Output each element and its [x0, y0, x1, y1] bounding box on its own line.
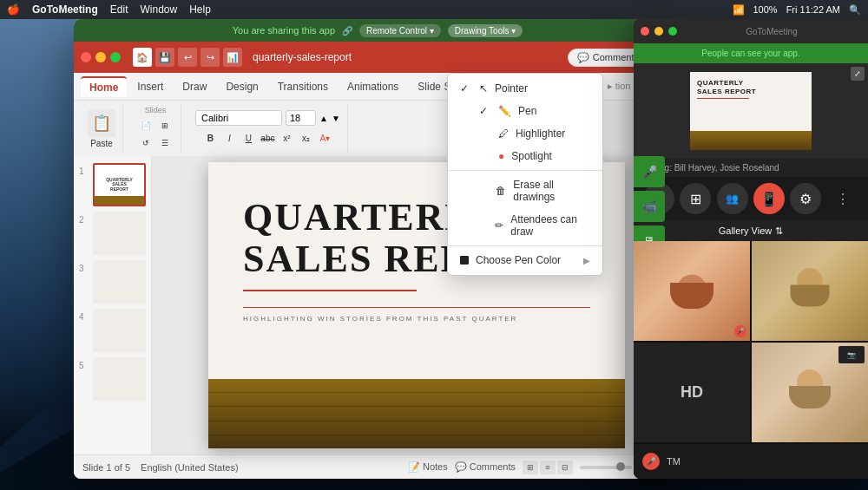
participants-btn[interactable]: 👥	[717, 183, 748, 214]
tab-home[interactable]: Home	[81, 76, 127, 97]
minimize-button[interactable]	[95, 52, 106, 62]
maximize-button[interactable]	[110, 52, 121, 62]
paste-icon: 📋	[88, 109, 115, 137]
pen-tool[interactable]: ✓ ✏️ Pen	[448, 100, 602, 122]
pen-color-btn[interactable]: Choose Pen Color ▶	[448, 249, 602, 271]
tab-design[interactable]: Design	[217, 77, 266, 96]
slide-num-5: 5	[79, 357, 89, 370]
dropdown-divider-1	[448, 170, 602, 171]
help-menu[interactable]: Help	[189, 3, 211, 16]
zoom-slider[interactable]	[580, 466, 632, 469]
submenu-arrow: ▶	[583, 256, 590, 265]
slide-sorter-btn[interactable]: ⊟	[557, 461, 573, 474]
zoom-thumb[interactable]	[616, 462, 625, 471]
mic-btn[interactable]: 🎤	[634, 156, 665, 187]
edit-menu[interactable]: Edit	[110, 3, 128, 16]
section-btn[interactable]: ☰	[156, 135, 174, 151]
format-bar: B I U abc x² x₂ A▾	[201, 129, 333, 147]
slide-thumb-5[interactable]: 5	[79, 357, 146, 401]
reset-btn[interactable]: ↺	[137, 135, 155, 151]
gtm-bottom-bar: 🎤 TM	[634, 444, 868, 479]
slide-thumb-2[interactable]: 2	[79, 212, 146, 255]
erase-all-btn[interactable]: 🗑 Erase all drawings	[448, 173, 602, 208]
slide-preview-5[interactable]	[93, 357, 146, 401]
gtm-expand-btn[interactable]: ⤢	[851, 67, 865, 81]
slide-num-1: 1	[79, 163, 89, 176]
strikethrough-btn[interactable]: abc	[259, 129, 276, 147]
app-name-menu[interactable]: GoToMeeting	[32, 3, 98, 16]
tab-insert[interactable]: Insert	[128, 77, 172, 96]
highlighter-icon: 🖊	[498, 127, 509, 140]
cell1-mute-icon: 🎤	[734, 325, 746, 337]
new-slide-btn[interactable]: 📄	[137, 118, 155, 134]
comments-status-btn[interactable]: 💬 Comments	[455, 461, 516, 473]
gtm-close-btn[interactable]	[641, 27, 649, 36]
layout-btn[interactable]: ⊞	[156, 118, 174, 134]
font-size-up[interactable]: ▲	[319, 114, 328, 123]
slide-thumb-3[interactable]: 3	[79, 260, 146, 304]
sharing-bar: You are sharing this app 🔗 Remote Contro…	[74, 19, 681, 42]
close-button[interactable]	[81, 52, 91, 62]
tab-transitions[interactable]: Transitions	[269, 77, 337, 96]
underline-btn[interactable]: U	[240, 129, 257, 147]
notes-btn[interactable]: 📝 Notes	[408, 461, 448, 473]
slide-thumb-4[interactable]: 4	[79, 309, 146, 352]
grid-view-btn[interactable]: ⊞	[680, 183, 711, 214]
normal-view-btn[interactable]: ⊞	[523, 461, 538, 474]
traffic-lights	[81, 52, 121, 62]
clock: Fri 11:22 AM	[786, 4, 840, 15]
tab-animations[interactable]: Animations	[339, 77, 407, 96]
window-menu[interactable]: Window	[140, 3, 177, 16]
slide-btns: 📄 ⊞ ↺ ☰	[137, 118, 174, 151]
slide-preview-3[interactable]	[93, 260, 146, 304]
font-size-down[interactable]: ▼	[332, 114, 340, 123]
italic-btn[interactable]: I	[220, 129, 238, 147]
spotlight-tool[interactable]: ● Spotlight	[448, 145, 602, 167]
highlighter-label: Highlighter	[516, 127, 565, 140]
slide-preview-4[interactable]	[93, 309, 146, 352]
more-ribbon[interactable]: ▸ tion	[608, 81, 631, 92]
camera-btn[interactable]: 📹	[634, 191, 665, 222]
font-size-input[interactable]	[286, 110, 316, 126]
language-info: English (United States)	[141, 462, 239, 473]
home-icon[interactable]: 🏠	[133, 48, 152, 67]
slide-preview-2[interactable]	[93, 212, 146, 255]
tab-draw[interactable]: Draw	[174, 77, 215, 96]
pointer-tool[interactable]: ↖ Pointer	[448, 77, 602, 100]
battery-indicator: 100%	[753, 4, 778, 15]
drawing-tools-pill[interactable]: Drawing Tools ▾	[448, 24, 523, 37]
undo-icon[interactable]: ↩	[178, 48, 197, 67]
gtm-minimize-btn[interactable]	[654, 27, 663, 36]
cell3-initials: HD	[681, 383, 703, 402]
apple-menu[interactable]: 🍎	[7, 3, 20, 16]
slide1-preview-text: QUARTERLYSALESREPORT	[104, 174, 135, 196]
search-icon[interactable]: 🔍	[849, 4, 861, 16]
gtm-titlebar: GoToMeeting	[634, 19, 868, 43]
bold-btn[interactable]: B	[201, 129, 219, 147]
ppt-icon[interactable]: 📊	[223, 48, 242, 67]
save-icon[interactable]: 💾	[155, 48, 174, 67]
share-screen-btn[interactable]: 📱	[753, 183, 785, 214]
slide-preview-1[interactable]: QUARTERLYSALESREPORT	[93, 163, 146, 206]
superscript-btn[interactable]: x²	[278, 129, 295, 147]
slide-panel: 1 QUARTERLYSALESREPORT 2 3 4 5	[74, 156, 152, 454]
erase-all-label: Erase all drawings	[513, 179, 590, 203]
settings-btn[interactable]: ⚙	[790, 183, 821, 214]
redo-icon[interactable]: ↪	[201, 48, 220, 67]
wood-line-2	[208, 406, 625, 407]
wood-line-3	[208, 421, 625, 421]
more-options-btn[interactable]: ⋮	[827, 183, 858, 214]
font-color-btn[interactable]: A▾	[316, 129, 333, 147]
remote-control-pill[interactable]: Remote Control ▾	[359, 24, 441, 37]
font-selector[interactable]	[195, 110, 282, 126]
slide-thumb-1[interactable]: 1 QUARTERLYSALESREPORT	[79, 163, 146, 206]
attendees-draw-btn[interactable]: ✏ Attendees can draw	[448, 208, 602, 243]
pen-color-label: Choose Pen Color	[476, 254, 561, 266]
gallery-sort-icon[interactable]: ⇅	[775, 225, 783, 237]
outline-view-btn[interactable]: ≡	[540, 461, 556, 474]
subscript-btn[interactable]: x₂	[297, 129, 314, 147]
gtm-maximize-btn[interactable]	[668, 27, 677, 36]
paste-button[interactable]: 📋 Paste	[88, 109, 115, 148]
highlighter-tool[interactable]: 🖊 Highlighter	[448, 122, 602, 145]
gallery-label: Gallery View	[719, 225, 773, 236]
